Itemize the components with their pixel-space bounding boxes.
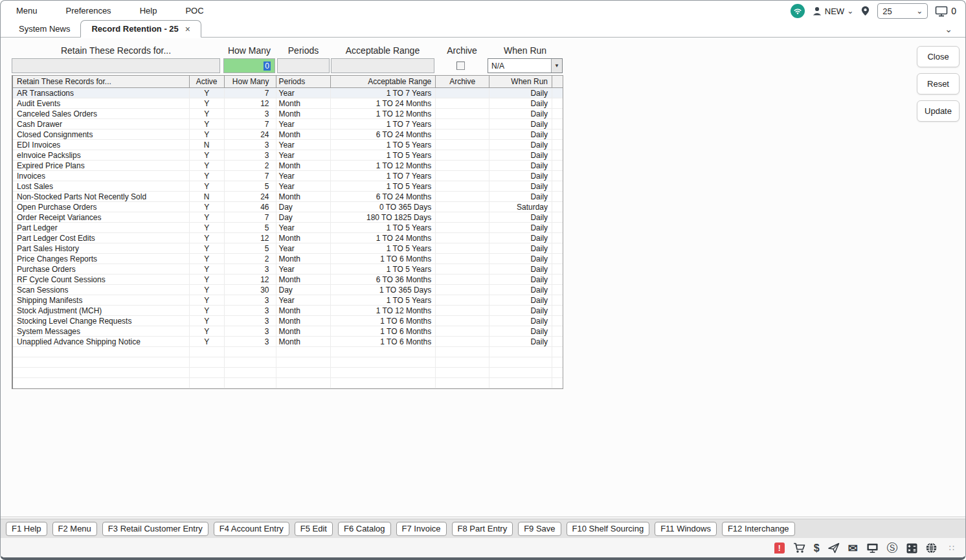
table-row[interactable]: AR Transactions Y 7 Year 1 TO 7 Years Da… bbox=[13, 88, 563, 98]
fn-button-f7[interactable]: F7 Invoice bbox=[396, 522, 447, 536]
menu-item-poc[interactable]: POC bbox=[185, 3, 203, 18]
fn-button-f4[interactable]: F4 Account Entry bbox=[214, 522, 289, 536]
table-row[interactable]: Part Sales History Y 5 Year 1 TO 5 Years… bbox=[13, 243, 563, 254]
table-row[interactable]: Lost Sales Y 5 Year 1 TO 5 Years Daily bbox=[13, 181, 563, 192]
circled-s-icon[interactable]: Ⓢ bbox=[887, 543, 898, 554]
when-run-dropdown[interactable]: N/A ▼ bbox=[488, 58, 563, 73]
table-row[interactable]: Stock Adjustment (MCH) Y 3 Month 1 TO 12… bbox=[13, 306, 563, 316]
fn-button-f3[interactable]: F3 Retail Customer Entry bbox=[102, 522, 208, 536]
close-button[interactable]: Close bbox=[917, 46, 960, 67]
fn-button-f11[interactable]: F11 Windows bbox=[655, 522, 717, 536]
table-row[interactable]: RF Cycle Count Sessions Y 12 Month 6 TO … bbox=[13, 274, 563, 285]
col-header-archive[interactable]: Archive bbox=[436, 76, 489, 87]
table-row[interactable]: Closed Consignments Y 24 Month 6 TO 24 M… bbox=[13, 129, 563, 140]
cell-active: Y bbox=[190, 171, 225, 181]
tab-record-retention[interactable]: Record Retention - 25 × bbox=[80, 20, 201, 38]
fn-button-f10[interactable]: F10 Shelf Sourcing bbox=[567, 522, 650, 536]
cell-when-run: Daily bbox=[489, 306, 552, 315]
tab-list-chevron-icon[interactable]: ⌄ bbox=[945, 24, 952, 34]
store-select[interactable]: 25 ⌄ bbox=[877, 3, 928, 19]
table-row[interactable]: Canceled Sales Orders Y 3 Month 1 TO 12 … bbox=[13, 109, 563, 119]
table-row[interactable]: Audit Events Y 12 Month 1 TO 24 Months D… bbox=[13, 98, 563, 109]
cell-how-many: 3 bbox=[225, 109, 276, 118]
cell-periods: Day bbox=[276, 202, 331, 212]
col-header-retain[interactable]: Retain These Records for... bbox=[13, 76, 190, 87]
update-button[interactable]: Update bbox=[917, 100, 960, 122]
table-row[interactable]: Stocking Level Change Requests Y 3 Month… bbox=[13, 316, 563, 326]
menu-item-preferences[interactable]: Preferences bbox=[66, 3, 111, 18]
table-row[interactable]: Invoices Y 7 Year 1 TO 7 Years Daily bbox=[13, 171, 563, 181]
cell-range: 6 TO 24 Months bbox=[331, 129, 436, 139]
table-row[interactable]: Cash Drawer Y 7 Year 1 TO 7 Years Daily bbox=[13, 119, 563, 129]
dollar-icon[interactable]: $ bbox=[814, 543, 820, 554]
table-row[interactable]: Part Ledger Cost Edits Y 12 Month 1 TO 2… bbox=[13, 233, 563, 243]
alert-icon[interactable]: ! bbox=[774, 543, 785, 554]
fn-button-f2[interactable]: F2 Menu bbox=[52, 522, 97, 536]
table-row[interactable]: Purchase Orders Y 3 Year 1 TO 5 Years Da… bbox=[13, 264, 563, 274]
table-row[interactable] bbox=[13, 357, 563, 368]
close-tab-icon[interactable]: × bbox=[185, 25, 190, 34]
fn-button-f12[interactable]: F12 Interchange bbox=[722, 522, 795, 536]
table-row[interactable]: Price Changes Reports Y 2 Month 1 TO 6 M… bbox=[13, 254, 563, 264]
menu-item-menu[interactable]: Menu bbox=[16, 3, 38, 18]
cell-active bbox=[190, 357, 225, 367]
fn-button-f5[interactable]: F5 Edit bbox=[295, 522, 333, 536]
tab-system-news[interactable]: System News bbox=[8, 21, 80, 37]
table-row[interactable] bbox=[13, 378, 563, 388]
menu-item-help[interactable]: Help bbox=[140, 3, 157, 18]
table-row[interactable] bbox=[13, 368, 563, 378]
table-row[interactable]: eInvoice Packslips Y 3 Year 1 TO 5 Years… bbox=[13, 150, 563, 161]
globe-icon[interactable] bbox=[926, 543, 937, 554]
cell-spacer bbox=[552, 264, 563, 274]
fn-button-f8[interactable]: F8 Part Entry bbox=[452, 522, 513, 536]
table-row[interactable]: Expired Price Plans Y 2 Month 1 TO 12 Mo… bbox=[13, 161, 563, 171]
cell-spacer bbox=[552, 316, 563, 326]
cell-how-many bbox=[225, 357, 276, 367]
col-header-active[interactable]: Active bbox=[190, 76, 225, 87]
cell-range: 1 TO 24 Months bbox=[331, 233, 436, 243]
cell-spacer bbox=[552, 378, 563, 388]
cell-archive bbox=[436, 119, 489, 129]
archive-checkbox[interactable] bbox=[456, 62, 465, 70]
cell-spacer bbox=[552, 88, 563, 98]
fn-button-f1[interactable]: F1 Help bbox=[6, 522, 47, 536]
location-pin-icon[interactable] bbox=[860, 5, 870, 17]
cell-spacer bbox=[552, 306, 563, 315]
col-header-periods[interactable]: Periods bbox=[276, 76, 331, 87]
table-row[interactable]: Unapplied Advance Shipping Notice Y 3 Mo… bbox=[13, 337, 563, 347]
col-header-when-run[interactable]: When Run bbox=[489, 76, 552, 87]
table-row[interactable]: Shipping Manifests Y 3 Year 1 TO 5 Years… bbox=[13, 295, 563, 306]
table-row[interactable]: Non-Stocked Parts Not Recently Sold N 24… bbox=[13, 192, 563, 202]
col-header-how-many[interactable]: How Many bbox=[225, 76, 276, 87]
cell-name: Unapplied Advance Shipping Notice bbox=[13, 337, 190, 346]
cell-periods: Year bbox=[276, 88, 331, 98]
label-how-many: How Many bbox=[221, 45, 278, 56]
table-row[interactable]: Open Purchase Orders Y 46 Day 0 TO 365 D… bbox=[13, 202, 563, 212]
calculator-icon[interactable] bbox=[906, 543, 917, 554]
how-many-input[interactable]: 0 bbox=[223, 58, 275, 73]
user-menu[interactable]: NEW ⌄ bbox=[812, 6, 853, 16]
cell-active: Y bbox=[190, 326, 225, 336]
periods-input[interactable] bbox=[277, 58, 330, 73]
table-row[interactable]: System Messages Y 3 Month 1 TO 6 Months … bbox=[13, 326, 563, 337]
table-row[interactable]: Order Receipt Variances Y 7 Day 180 TO 1… bbox=[13, 212, 563, 223]
acceptable-range-input[interactable] bbox=[331, 58, 434, 73]
dropdown-arrow-icon[interactable]: ▼ bbox=[551, 59, 562, 73]
reset-button[interactable]: Reset bbox=[917, 73, 960, 95]
fn-button-f9[interactable]: F9 Save bbox=[518, 522, 561, 536]
cell-when-run: Daily bbox=[489, 223, 552, 232]
remote-desktop-icon[interactable] bbox=[866, 543, 879, 554]
table-row[interactable]: Part Ledger Y 5 Year 1 TO 5 Years Daily bbox=[13, 223, 563, 233]
table-row[interactable]: Scan Sessions Y 30 Day 1 TO 365 Days Dai… bbox=[13, 285, 563, 295]
tab-label: Record Retention - 25 bbox=[91, 24, 178, 34]
cart-icon[interactable] bbox=[793, 543, 805, 554]
fn-button-f6[interactable]: F6 Catalog bbox=[338, 522, 391, 536]
send-icon[interactable] bbox=[828, 543, 840, 554]
table-row[interactable]: EDI Invoices N 3 Year 1 TO 5 Years Daily bbox=[13, 140, 563, 150]
retain-records-input[interactable] bbox=[12, 58, 220, 73]
col-header-range[interactable]: Acceptable Range bbox=[331, 76, 436, 87]
cell-active bbox=[190, 347, 225, 357]
table-row[interactable] bbox=[13, 347, 563, 357]
resize-grip[interactable]: ∷ bbox=[949, 543, 955, 553]
mail-icon[interactable]: ✉ bbox=[848, 543, 858, 554]
